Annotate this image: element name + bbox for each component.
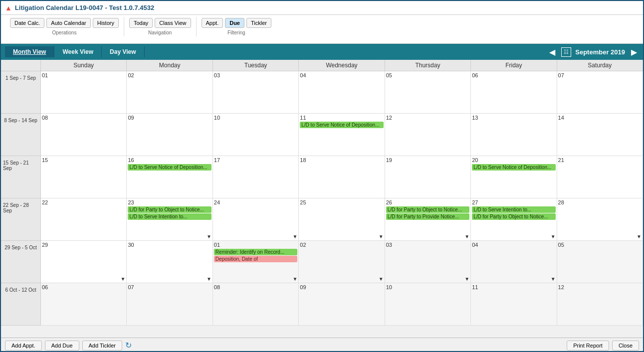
- auto-calendar-button[interactable]: Auto Calendar: [46, 18, 90, 28]
- day-num-4-0: 29: [42, 242, 125, 248]
- add-appt-button[interactable]: Add Appt.: [5, 341, 42, 351]
- print-report-button[interactable]: Print Report: [567, 341, 609, 351]
- monday-header: Monday: [127, 60, 213, 71]
- day-num-5-2: 08: [214, 284, 297, 290]
- due-filter-button[interactable]: Due: [225, 18, 244, 28]
- more-arrow-4-5[interactable]: ▼: [551, 276, 556, 282]
- day-cell-3-0[interactable]: 22: [41, 198, 127, 241]
- day-cell-3-5[interactable]: 27L/D to Serve Intention to...L/D for Pa…: [471, 198, 557, 241]
- day-cell-1-3[interactable]: 11L/D to Serve Notice of Deposition...: [299, 114, 385, 156]
- day-num-0-4: 05: [386, 72, 469, 78]
- day-num-0-2: 03: [214, 72, 297, 78]
- day-cell-5-2[interactable]: 08: [213, 283, 299, 326]
- more-arrow-4-2[interactable]: ▼: [292, 276, 297, 282]
- history-button[interactable]: History: [93, 18, 119, 28]
- close-button[interactable]: Close: [612, 341, 639, 351]
- day-cell-5-5[interactable]: 11: [471, 283, 557, 326]
- day-cell-4-2[interactable]: 01Reminder: Identify on Record...Deposit…: [213, 241, 299, 283]
- day-num-1-4: 12: [386, 115, 469, 121]
- filtering-buttons: Appt. Due Tickler: [202, 18, 271, 28]
- event-3-1-0[interactable]: L/D for Party to Object to Notice...: [128, 206, 211, 213]
- day-cell-4-4[interactable]: 03▼: [385, 241, 471, 283]
- date-calc-button[interactable]: Date Calc.: [10, 18, 44, 28]
- day-cell-1-4[interactable]: 12: [385, 114, 471, 156]
- tickler-filter-button[interactable]: Tickler: [246, 18, 271, 28]
- view-buttons: Month View Week View Day View: [5, 46, 145, 57]
- day-cell-3-2[interactable]: 24▼: [213, 198, 299, 241]
- week-view-button[interactable]: Week View: [54, 46, 102, 57]
- day-cell-2-3[interactable]: 18: [299, 156, 385, 198]
- day-cell-0-2[interactable]: 03: [213, 71, 299, 114]
- week-label-2: 15 Sep - 21 Sep: [1, 156, 41, 198]
- day-cell-3-4[interactable]: 26L/D for Party to Object to Notice...L/…: [385, 198, 471, 241]
- day-num-5-3: 09: [300, 284, 383, 290]
- day-cell-5-3[interactable]: 09: [299, 283, 385, 326]
- event-2-5-0[interactable]: L/D to Serve Notice of Deposition...: [472, 164, 555, 171]
- month-view-button[interactable]: Month View: [5, 46, 54, 57]
- day-cell-0-1[interactable]: 02: [127, 71, 213, 114]
- day-cell-2-1[interactable]: 16L/D to Serve Notice of Deposition...: [127, 156, 213, 198]
- day-cell-2-0[interactable]: 15: [41, 156, 127, 198]
- add-due-button[interactable]: Add Due: [45, 341, 79, 351]
- day-cell-4-3[interactable]: 02▼: [299, 241, 385, 283]
- event-4-2-1[interactable]: Deposition, Date of: [214, 256, 297, 262]
- day-cell-0-6[interactable]: 07: [557, 71, 643, 114]
- week-label-3: 22 Sep - 28 Sep: [1, 198, 41, 241]
- day-cell-5-1[interactable]: 07: [127, 283, 213, 326]
- class-view-button[interactable]: Class View: [155, 18, 191, 28]
- event-3-5-0[interactable]: L/D to Serve Intention to...: [472, 206, 555, 213]
- more-arrow-3-2[interactable]: ▼: [292, 234, 297, 239]
- day-cell-1-2[interactable]: 10: [213, 114, 299, 156]
- more-arrow-3-5[interactable]: ▼: [551, 234, 556, 239]
- day-cell-0-3[interactable]: 04: [299, 71, 385, 114]
- day-num-1-0: 08: [42, 115, 125, 121]
- event-4-2-0[interactable]: Reminder: Identify on Record...: [214, 249, 297, 255]
- day-cell-1-0[interactable]: 08: [41, 114, 127, 156]
- day-cell-4-6[interactable]: 05: [557, 241, 643, 283]
- event-3-1-1[interactable]: L/D to Serve Intention to...: [128, 213, 211, 220]
- friday-header: Friday: [471, 60, 557, 71]
- day-cell-3-3[interactable]: 25▼: [299, 198, 385, 241]
- today-button[interactable]: Today: [129, 18, 153, 28]
- event-3-5-1[interactable]: L/D for Party to Object to Notice...: [472, 213, 555, 220]
- day-cell-0-0[interactable]: 01: [41, 71, 127, 114]
- more-arrow-3-3[interactable]: ▼: [379, 234, 384, 239]
- more-arrow-3-6[interactable]: ▼: [637, 234, 642, 239]
- day-cell-4-5[interactable]: 04▼: [471, 241, 557, 283]
- event-1-3-0[interactable]: L/D to Serve Notice of Deposition...: [300, 122, 383, 128]
- more-arrow-4-1[interactable]: ▼: [207, 276, 212, 282]
- more-arrow-3-4[interactable]: ▼: [464, 234, 469, 239]
- prev-month-button[interactable]: ◀: [547, 47, 557, 57]
- appt-filter-button[interactable]: Appt.: [202, 18, 223, 28]
- more-arrow-4-0[interactable]: ▼: [121, 276, 126, 282]
- day-cell-1-6[interactable]: 14: [557, 114, 643, 156]
- day-cell-0-4[interactable]: 05: [385, 71, 471, 114]
- day-cell-3-6[interactable]: 28▼: [557, 198, 643, 241]
- event-3-4-0[interactable]: L/D for Party to Object to Notice...: [386, 206, 469, 213]
- day-headers: Sunday Monday Tuesday Wednesday Thursday…: [1, 60, 643, 71]
- day-cell-5-6[interactable]: 12: [557, 283, 643, 326]
- day-cell-3-1[interactable]: 23L/D for Party to Object to Notice...L/…: [127, 198, 213, 241]
- day-cell-5-4[interactable]: 10: [385, 283, 471, 326]
- day-cell-0-5[interactable]: 06: [471, 71, 557, 114]
- event-3-4-1[interactable]: L/D for Party to Provide Notice...: [386, 213, 469, 220]
- day-num-1-5: 13: [472, 115, 555, 121]
- day-view-button[interactable]: Day View: [102, 46, 144, 57]
- refresh-icon[interactable]: ↻: [125, 341, 132, 350]
- day-cell-2-5[interactable]: 20L/D to Serve Notice of Deposition...: [471, 156, 557, 198]
- day-cell-2-6[interactable]: 21: [557, 156, 643, 198]
- day-cell-1-5[interactable]: 13: [471, 114, 557, 156]
- day-cell-4-1[interactable]: 30▼: [127, 241, 213, 283]
- event-2-1-0[interactable]: L/D to Serve Notice of Deposition...: [128, 164, 211, 171]
- day-cell-4-0[interactable]: 29▼: [41, 241, 127, 283]
- day-cell-5-0[interactable]: 06: [41, 283, 127, 326]
- next-month-button[interactable]: ▶: [629, 47, 639, 57]
- more-arrow-4-3[interactable]: ▼: [379, 276, 384, 282]
- add-tickler-button[interactable]: Add Tickler: [82, 341, 122, 351]
- day-cell-1-1[interactable]: 09: [127, 114, 213, 156]
- day-cell-2-2[interactable]: 17: [213, 156, 299, 198]
- calendar-grid-icon[interactable]: ☷: [561, 47, 571, 57]
- day-cell-2-4[interactable]: 19: [385, 156, 471, 198]
- more-arrow-4-4[interactable]: ▼: [464, 276, 469, 282]
- more-arrow-3-1[interactable]: ▼: [207, 234, 212, 239]
